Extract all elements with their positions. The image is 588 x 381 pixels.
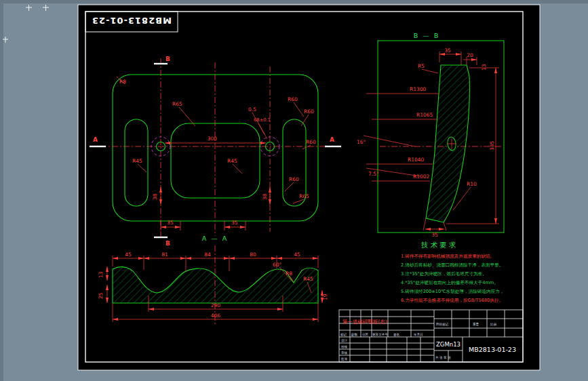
tech-requirement-line: 6.力学性能不合格者不得使用，按GB/T5680执行。 — [401, 298, 503, 303]
material-value: ZGMn13 — [436, 341, 460, 348]
left-edge-shade — [0, 0, 3, 381]
title-block-label-check: 校核 — [341, 345, 348, 348]
dim-label: R1065 — [416, 112, 433, 118]
dim-label: 290 — [211, 302, 221, 308]
dim-label: 13 — [98, 271, 104, 278]
dim-label: 19 — [322, 294, 328, 300]
dim-label: R65 — [172, 101, 182, 107]
tech-requirement-line: 1.铸件不得有影响机械强度及外观质量的缺陷。 — [401, 254, 494, 259]
dim-label: R8 — [119, 79, 126, 85]
title-block-label-audit: 审核 — [341, 351, 348, 355]
dim-label: R1040 — [408, 157, 425, 163]
dim-label: 81 — [161, 252, 168, 258]
dim-label: R60 — [288, 96, 298, 102]
dim-label: R65 — [299, 193, 309, 199]
dim-label: 38 — [152, 193, 158, 200]
dim-label: 7.5° — [368, 171, 379, 177]
dim-label: 25 — [98, 292, 104, 299]
dim-label: R5 — [418, 63, 425, 69]
title-block-label-zone: 分区 — [361, 333, 369, 336]
tech-requirement-line: 2.清砂后将粘砂、浇冒口残根清除干净，表面平整。 — [401, 262, 503, 268]
dim-label: R1300 — [410, 86, 427, 92]
title-block-label-docno: 更改文件号 — [372, 332, 388, 336]
dim-label: 20 — [467, 52, 473, 58]
tech-requirements-heading: 技术要求 — [421, 241, 458, 249]
dim-label: 406 — [211, 313, 221, 319]
part-name: 第一道破碎颚板(右) — [342, 319, 387, 325]
cad-viewport: MB2813-01-23 — [0, 0, 588, 381]
dim-label: R60 — [306, 139, 316, 145]
dim-label: 38 — [262, 193, 268, 200]
title-strip-text: MB2813-01-23 — [92, 16, 172, 26]
dim-label: R45 — [132, 158, 142, 164]
section-mark-b-top: B — [165, 56, 170, 62]
dim-label: R1002 — [413, 174, 430, 180]
dim-label: 68±0.1 — [254, 117, 271, 123]
dim-label: 35 — [167, 220, 174, 226]
dim-label: 335 — [489, 140, 495, 151]
drawing-number: MB2813-01-23 — [469, 346, 516, 353]
tech-requirement-line: 5.铸件须经200±10℃水韧处理，消除铸造内应力， — [401, 289, 504, 294]
dim-label: 35 — [444, 47, 451, 54]
section-mark-b-bottom: B — [165, 240, 170, 247]
title-block-label-weight: 重量 — [473, 322, 479, 326]
top-edge-shade — [0, 0, 588, 3]
dim-label: 84 — [204, 252, 211, 258]
dim-label: 0.5 — [248, 106, 256, 113]
dim-label: R10 — [467, 181, 477, 187]
dim-label: 45 — [125, 252, 132, 258]
dim-label: 80 — [250, 252, 256, 258]
dim-label: R8 — [286, 270, 292, 277]
section-mark-a-right: A — [330, 136, 334, 143]
dim-label: 13 — [481, 64, 487, 71]
title-block-label-mark: 标记 — [340, 332, 347, 337]
section-bb-title: B — B — [414, 32, 440, 39]
dim-label: 45 — [294, 252, 300, 258]
dim-label: 35 — [431, 232, 438, 238]
section-mark-a-left: A — [93, 136, 98, 143]
dim-label: 300 — [208, 136, 218, 142]
dim-label: R60 — [289, 176, 299, 182]
dim-label: 16° — [357, 139, 366, 145]
dim-label: 60° — [273, 262, 282, 268]
title-block-label-design: 设计 — [341, 338, 348, 342]
title-block-label-stage: 阶段标记 — [436, 322, 449, 327]
tech-requirement-line: 3.注*35°处为淬硬区，锻后毛坯尺寸为准。 — [401, 271, 487, 277]
dim-label: R60 — [304, 108, 314, 115]
section-aa-title: A — A — [202, 235, 229, 242]
dim-label: R45 — [227, 158, 237, 164]
title-block-label-count: 处数 — [351, 332, 358, 337]
dim-label: R45 — [303, 276, 313, 282]
dim-label: 35 — [231, 220, 238, 226]
tech-requirement-line: 4.*35°处淬硬层在齿向上的偏差不得大于4mm。 — [401, 280, 498, 285]
title-block-label-sign: 签名 — [393, 333, 399, 336]
